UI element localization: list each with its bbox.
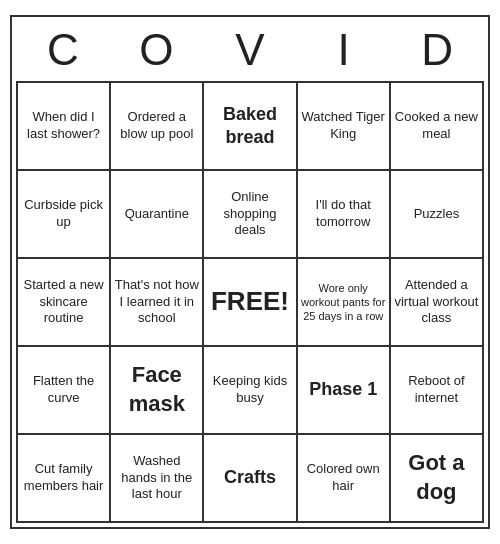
header-letter-d: D bbox=[390, 21, 484, 79]
bingo-cell-1: Ordered a blow up pool bbox=[111, 83, 204, 171]
bingo-cell-7: Online shopping deals bbox=[204, 171, 297, 259]
bingo-cell-10: Started a new skincare routine bbox=[18, 259, 111, 347]
bingo-cell-8: I'll do that tomorrow bbox=[298, 171, 391, 259]
bingo-cell-12: FREE! bbox=[204, 259, 297, 347]
bingo-cell-0: When did I last shower? bbox=[18, 83, 111, 171]
bingo-header: COVID bbox=[16, 21, 484, 79]
bingo-cell-15: Flatten the curve bbox=[18, 347, 111, 435]
header-letter-v: V bbox=[203, 21, 297, 79]
bingo-cell-17: Keeping kids busy bbox=[204, 347, 297, 435]
header-letter-c: C bbox=[16, 21, 110, 79]
bingo-cell-21: Washed hands in the last hour bbox=[111, 435, 204, 523]
bingo-card: COVID When did I last shower?Ordered a b… bbox=[10, 15, 490, 529]
bingo-cell-5: Curbside pick up bbox=[18, 171, 111, 259]
bingo-cell-4: Cooked a new meal bbox=[391, 83, 484, 171]
bingo-grid: When did I last shower?Ordered a blow up… bbox=[16, 81, 484, 523]
bingo-cell-19: Reboot of internet bbox=[391, 347, 484, 435]
bingo-cell-6: Quarantine bbox=[111, 171, 204, 259]
bingo-cell-11: That's not how I learned it in school bbox=[111, 259, 204, 347]
header-letter-o: O bbox=[110, 21, 204, 79]
bingo-cell-3: Watched Tiger King bbox=[298, 83, 391, 171]
bingo-cell-24: Got a dog bbox=[391, 435, 484, 523]
bingo-cell-9: Puzzles bbox=[391, 171, 484, 259]
bingo-cell-14: Attended a virtual workout class bbox=[391, 259, 484, 347]
bingo-cell-13: Wore only workout pants for 25 days in a… bbox=[298, 259, 391, 347]
bingo-cell-23: Colored own hair bbox=[298, 435, 391, 523]
bingo-cell-22: Crafts bbox=[204, 435, 297, 523]
bingo-cell-16: Face mask bbox=[111, 347, 204, 435]
bingo-cell-2: Baked bread bbox=[204, 83, 297, 171]
bingo-cell-20: Cut family members hair bbox=[18, 435, 111, 523]
header-letter-i: I bbox=[297, 21, 391, 79]
bingo-cell-18: Phase 1 bbox=[298, 347, 391, 435]
